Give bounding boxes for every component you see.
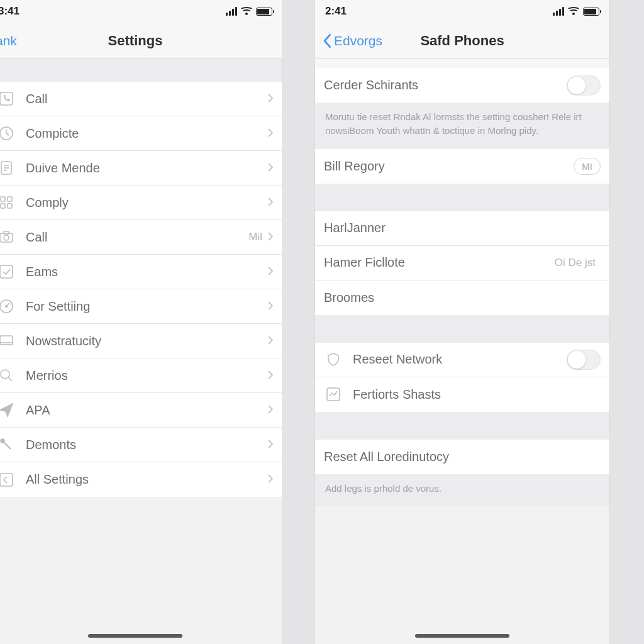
section-footer: Add legs is prhold de vorus. — [315, 474, 609, 507]
chevron-right-icon — [267, 369, 274, 383]
chevron-left-icon — [323, 33, 333, 48]
send-icon — [0, 401, 16, 419]
section-gap — [0, 59, 282, 82]
nav-bar: Edvorgs Safd Phones — [315, 23, 609, 59]
chevron-right-icon — [267, 161, 274, 175]
chevron-right-icon — [267, 299, 274, 314]
status-bar: 2:41 — [315, 0, 609, 23]
row-bill-regory[interactable]: Bill Regory MI — [315, 149, 609, 184]
row-label: Broomes — [324, 291, 601, 305]
svg-line-19 — [8, 377, 12, 381]
toggle-switch[interactable] — [567, 75, 601, 96]
section-gap — [315, 315, 609, 343]
section-footer: Morutu tie reset Rndak Al lormsts the se… — [315, 103, 609, 149]
row-detail: Mil — [248, 231, 262, 243]
row-detail: Oi De jst — [555, 257, 596, 269]
display-icon — [0, 331, 16, 350]
row-label: Nowstratucity — [26, 334, 267, 348]
home-indicator[interactable] — [88, 634, 182, 638]
list-item[interactable]: Duive Mende — [0, 151, 282, 186]
list-item[interactable]: Merrios — [0, 358, 282, 393]
section-cerder: Cerder Schirants — [315, 68, 609, 103]
list-item[interactable]: Fertiorts Shasts — [315, 377, 609, 412]
home-indicator[interactable] — [415, 634, 509, 638]
row-label: For Settiing — [26, 299, 267, 314]
svg-rect-8 — [1, 204, 5, 208]
clock-icon — [0, 124, 16, 143]
back-square-icon — [0, 470, 16, 489]
list-item[interactable]: All Settings — [0, 462, 282, 497]
phone-square-icon — [0, 89, 16, 108]
battery-icon — [583, 8, 599, 16]
list-item[interactable]: Call — [0, 82, 282, 116]
svg-rect-10 — [0, 233, 13, 242]
row-label: Hamer Ficllote — [324, 255, 555, 270]
list-item[interactable]: Broomes — [315, 280, 609, 315]
row-label: Demonts — [26, 438, 267, 452]
row-label: Duive Mende — [26, 161, 267, 175]
svg-point-11 — [4, 235, 9, 240]
toggle-switch[interactable] — [567, 350, 601, 370]
row-label: Comply — [26, 196, 267, 210]
section-network: Reseet NetworkFertiorts Shasts — [315, 343, 609, 412]
row-label: All Settings — [26, 472, 267, 487]
row-label: Fertiorts Shasts — [353, 387, 601, 402]
list-item[interactable]: Hamer FiclloteOi De jst — [315, 246, 609, 280]
row-label: Reseet Network — [353, 352, 567, 367]
list-item[interactable]: Eams — [0, 255, 282, 289]
gauge-icon — [0, 297, 16, 316]
list-item[interactable]: Comply — [0, 186, 282, 220]
list-item[interactable]: For Settiing — [0, 289, 282, 324]
status-indicators — [553, 7, 599, 16]
row-label: Compicte — [26, 126, 267, 141]
pill-badge: MI — [574, 158, 601, 175]
phone-safd-phones: 2:41 Edvorgs Safd Phones Cerder Schirant… — [314, 0, 610, 644]
chevron-right-icon — [267, 334, 274, 348]
row-cerder-schirants[interactable]: Cerder Schirants — [315, 68, 609, 103]
list-item[interactable]: Compicte — [0, 116, 282, 151]
svg-line-21 — [4, 442, 11, 449]
check-icon — [0, 262, 16, 281]
list-item[interactable]: APA — [0, 393, 282, 428]
back-button[interactable]: Edvorgs — [323, 33, 382, 48]
svg-rect-13 — [0, 265, 13, 278]
list-item[interactable]: CallMil — [0, 220, 282, 255]
battery-icon — [256, 8, 272, 16]
chevron-right-icon — [267, 265, 274, 279]
nav-bar: ank Settings — [0, 23, 282, 59]
chevron-right-icon — [267, 196, 274, 210]
phone-settings: 3:41 ank Settings CallCompicteDuive Mend… — [0, 0, 283, 644]
row-label: Call — [26, 230, 248, 245]
section-bill: Bill Regory MI — [315, 149, 609, 184]
list-item[interactable]: Nowstratucity — [0, 324, 282, 358]
doc-icon — [0, 158, 16, 177]
status-time: 2:41 — [325, 5, 347, 18]
nav-back-label: Edvorgs — [334, 33, 382, 48]
list-item[interactable]: Reseet Network — [315, 343, 609, 377]
wifi-icon — [241, 7, 252, 16]
row-label: Reset All Loredinutocy — [324, 450, 601, 464]
list-item[interactable]: HarlJanner — [315, 211, 609, 246]
section-gap — [315, 184, 609, 211]
shield-icon — [324, 350, 343, 369]
row-reset-all[interactable]: Reset All Loredinutocy — [315, 440, 609, 474]
back-button[interactable]: ank — [0, 33, 17, 48]
row-label: Call — [26, 92, 267, 106]
row-label: Cerder Schirants — [324, 78, 567, 92]
svg-point-18 — [1, 370, 9, 379]
list-item[interactable]: Demonts — [0, 428, 282, 462]
chart-icon — [324, 385, 343, 404]
chevron-right-icon — [267, 472, 274, 487]
section-gap — [315, 412, 609, 440]
chevron-right-icon — [267, 92, 274, 106]
grid-icon — [0, 193, 16, 212]
cellular-icon — [226, 7, 237, 16]
row-label: Eams — [26, 265, 267, 279]
chevron-right-icon — [267, 126, 274, 141]
status-time: 3:41 — [0, 5, 19, 18]
row-label: Merrios — [26, 369, 267, 383]
mic-icon — [0, 435, 16, 454]
chevron-right-icon — [267, 403, 274, 418]
page-title: Settings — [0, 33, 282, 49]
status-bar: 3:41 — [0, 0, 282, 23]
